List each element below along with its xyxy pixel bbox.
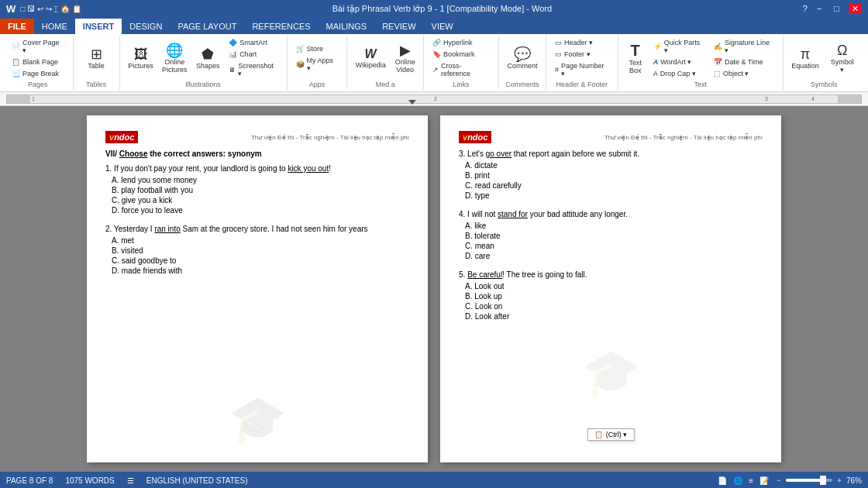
answer-3b: B. print	[465, 171, 763, 180]
chart-btn[interactable]: 📊 Chart	[225, 49, 281, 60]
header-footer-group-label: Header & Footer	[556, 81, 608, 88]
tab-home[interactable]: HOME	[34, 19, 75, 34]
comment-icon: 💬	[514, 47, 531, 61]
tab-file[interactable]: FILE	[0, 19, 34, 34]
signature-line-icon: ✍	[714, 43, 722, 50]
window-title: Bài tập Phrasal Verb lớp 9 - 1 [Compatib…	[332, 4, 552, 14]
bookmark-btn[interactable]: 🔖 Bookmark	[429, 49, 494, 60]
view-outline-icon[interactable]: ≡	[749, 476, 753, 485]
tab-design[interactable]: DESIGN	[122, 19, 170, 34]
ribbon-group-comments: 💬 Comment Comments	[499, 36, 546, 90]
wordart-btn[interactable]: A WordArt ▾	[649, 57, 708, 67]
text-box-icon: T	[631, 43, 640, 58]
tab-page-layout[interactable]: PAGE LAYOUT	[170, 19, 244, 34]
equation-btn[interactable]: π Equation	[788, 45, 823, 72]
shapes-btn[interactable]: ⬟ Shapes	[192, 45, 223, 72]
page-number-btn[interactable]: # Page Number ▾	[551, 60, 613, 79]
text-group-label: Text	[694, 81, 707, 88]
quick-parts-btn[interactable]: ⚡ Quick Parts ▾	[649, 37, 708, 56]
online-pictures-icon: 🌐	[166, 43, 183, 57]
zoom-out-btn[interactable]: －	[775, 475, 783, 486]
date-time-btn[interactable]: 📅 Date & Time	[710, 57, 778, 67]
comment-btn[interactable]: 💬 Comment	[503, 45, 541, 72]
view-print-icon[interactable]: 📄	[718, 476, 727, 485]
watermark-2: 🎓	[582, 345, 640, 400]
hyperlink-btn[interactable]: 🔗 Hyperlink	[429, 37, 494, 48]
cross-reference-btn[interactable]: ↗ Cross-reference	[429, 60, 494, 79]
question-5: 5. Be careful! The tree is going to fall…	[459, 270, 763, 279]
illustrations-group-label: Illustrations	[185, 81, 221, 88]
links-group-label: Links	[453, 81, 469, 88]
view-web-icon[interactable]: 🌐	[733, 476, 742, 485]
online-video-icon: ▶	[400, 43, 411, 57]
wikipedia-btn[interactable]: W Wikipedia	[352, 46, 390, 71]
tab-references[interactable]: REFERENCES	[244, 19, 318, 34]
text-box-btn[interactable]: T TextBox	[623, 40, 648, 77]
equation-icon: π	[801, 47, 810, 61]
tab-insert[interactable]: INSERT	[75, 19, 122, 34]
help-icon[interactable]: ?	[803, 4, 808, 13]
table-btn[interactable]: ⊞ Table	[81, 45, 112, 72]
answer-1a: A. lend you some money	[112, 176, 409, 184]
tab-view[interactable]: VIEW	[424, 19, 461, 34]
tab-review[interactable]: REVIEW	[374, 19, 423, 34]
ribbon-content: 📄 Cover Page ▾ 📋 Blank Page 📃 Page Break…	[0, 34, 868, 92]
logo-box-1: vndoc	[105, 131, 138, 143]
ribbon-group-text: T TextBox ⚡ Quick Parts ▾ A WordArt ▾ A …	[618, 36, 784, 90]
object-btn[interactable]: ⬚ Object ▾	[710, 68, 778, 79]
header-text-1: Thư viện Đề thi - Trắc nghiệm - Tài liệu…	[251, 134, 409, 141]
paste-popup[interactable]: 📋 (Ctrl) ▾	[587, 428, 635, 441]
word-icon: W	[6, 3, 16, 15]
symbol-btn[interactable]: Ω Symbol ▾	[824, 41, 860, 76]
pictures-btn[interactable]: 🖼 Pictures	[125, 45, 157, 72]
ribbon-group-media: W Wikipedia ▶ OnlineVideo Med a	[347, 36, 423, 90]
status-icon: ☰	[127, 476, 134, 485]
my-apps-btn[interactable]: 📦 My Apps ▾	[292, 55, 343, 74]
blank-page-btn[interactable]: 📋 Blank Page	[8, 57, 68, 67]
ribbon-group-pages: 📄 Cover Page ▾ 📋 Blank Page 📃 Page Break…	[3, 36, 74, 90]
tab-mailings[interactable]: MAILINGS	[319, 19, 375, 34]
question-2: 2. Yesterday I ran into Sam at the groce…	[105, 225, 409, 233]
signature-line-btn[interactable]: ✍ Signature Line ▾	[710, 37, 778, 56]
page-break-btn[interactable]: 📃 Page Break	[8, 68, 68, 79]
view-draft-icon[interactable]: 📝	[760, 476, 769, 485]
close-btn[interactable]: ✕	[849, 4, 862, 14]
online-pictures-btn[interactable]: 🌐 OnlinePictures	[158, 41, 191, 76]
store-btn[interactable]: 🛒 Store	[292, 43, 343, 54]
smartart-btn[interactable]: 🔷 SmartArt	[225, 37, 281, 48]
cover-page-icon: 📄	[12, 43, 20, 50]
ribbon-group-header-footer: ▭ Header ▾ ▭ Footer ▾ # Page Number ▾ He…	[546, 36, 618, 90]
cover-page-btn[interactable]: 📄 Cover Page ▾	[8, 37, 68, 56]
restore-btn[interactable]: □	[831, 4, 842, 13]
quick-parts-icon: ⚡	[653, 43, 662, 50]
ribbon-group-illustrations: 🖼 Pictures 🌐 OnlinePictures ⬟ Shapes 🔷 S…	[120, 36, 288, 90]
ribbon-tabs: FILE HOME INSERT DESIGN PAGE LAYOUT REFE…	[0, 17, 868, 34]
zoom-slider[interactable]	[786, 479, 832, 482]
logo-1: vndoc	[105, 131, 138, 143]
ribbon-group-links: 🔗 Hyperlink 🔖 Bookmark ↗ Cross-reference…	[424, 36, 499, 90]
online-video-btn[interactable]: ▶ OnlineVideo	[391, 41, 419, 76]
minimize-btn[interactable]: −	[814, 4, 825, 13]
screenshot-btn[interactable]: 🖥 Screenshot ▾	[225, 60, 281, 79]
footer-btn[interactable]: ▭ Footer ▾	[551, 49, 613, 60]
doc-header-2: vndoc Thư viện Đề thi - Trắc nghiệm - Tà…	[459, 131, 763, 143]
smartart-icon: 🔷	[229, 39, 237, 46]
apps-group-label: Apps	[309, 81, 326, 88]
header-icon: ▭	[555, 39, 562, 46]
answer-5d: D. Look after	[465, 312, 763, 321]
zoom-in-btn[interactable]: ＋	[835, 475, 843, 486]
answer-4a: A. like	[465, 222, 763, 230]
doc-header-1: vndoc Thư viện Đề thi - Trắc nghiệm - Tà…	[105, 131, 409, 143]
store-icon: 🛒	[296, 45, 305, 53]
symbol-icon: Ω	[837, 43, 847, 57]
answer-2b: B. visited	[112, 246, 409, 255]
cross-reference-icon: ↗	[432, 66, 439, 74]
my-apps-icon: 📦	[296, 60, 305, 68]
header-text-2: Thư viện Đề thi - Trắc nghiệm - Tài liệu…	[604, 134, 763, 141]
screenshot-icon: 🖥	[229, 66, 236, 74]
doc-page-1: vndoc Thư viện Đề thi - Trắc nghiệm - Tà…	[87, 115, 428, 462]
header-btn[interactable]: ▭ Header ▾	[551, 37, 613, 48]
drop-cap-btn[interactable]: A Drop Cap ▾	[649, 68, 708, 79]
status-right: 📄 🌐 ≡ 📝 － ＋ 76%	[718, 475, 862, 486]
section-title: VII/ Choose the correct answers: synonym	[105, 149, 409, 158]
